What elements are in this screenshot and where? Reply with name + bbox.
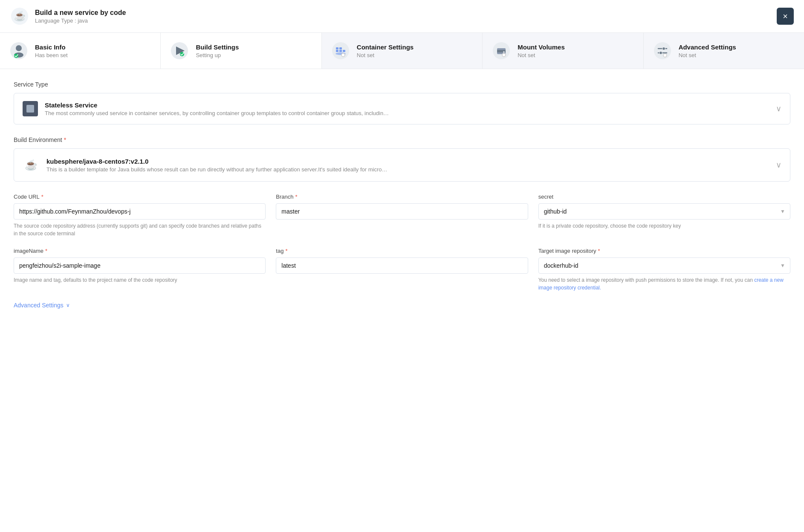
tag-label: tag* — [276, 248, 528, 254]
svg-rect-10 — [336, 50, 338, 52]
step-mount-volumes-title: Mount Volumes — [518, 43, 565, 51]
step-build-settings-title: Build Settings — [196, 43, 239, 51]
svg-point-27 — [663, 54, 667, 57]
step-container-settings-status: Not set — [357, 52, 414, 58]
java-logo-icon: ☕ — [10, 7, 29, 26]
step-basic-info-status: Has been set — [35, 52, 68, 58]
svg-rect-12 — [343, 50, 345, 52]
secret-select-wrapper: github-id — [538, 203, 790, 220]
step-basic-info[interactable]: Basic Info Has been set — [0, 33, 161, 69]
advanced-settings-chevron-icon: ∨ — [66, 302, 70, 308]
mount-volumes-icon — [491, 40, 512, 61]
step-container-settings[interactable]: Container Settings Not set — [322, 33, 483, 69]
page-title: Build a new service by code — [35, 9, 126, 17]
svg-rect-11 — [339, 50, 342, 52]
step-mount-volumes[interactable]: Mount Volumes Not set — [483, 33, 643, 69]
page-subtitle: Language Type : java — [35, 17, 126, 24]
code-url-hint: The source code repository address (curr… — [14, 222, 266, 237]
branch-input[interactable] — [276, 203, 528, 220]
step-container-settings-title: Container Settings — [357, 43, 414, 51]
svg-point-20 — [503, 51, 505, 53]
secret-select[interactable]: github-id — [538, 203, 790, 220]
svg-point-26 — [659, 52, 662, 55]
step-advanced-settings-title: Advanced Settings — [679, 43, 736, 51]
svg-point-21 — [502, 53, 506, 57]
svg-rect-13 — [336, 47, 338, 49]
step-advanced-settings-status: Not set — [679, 52, 736, 58]
build-env-name: kubesphere/java-8-centos7:v2.1.0 — [46, 158, 387, 165]
close-button[interactable]: × — [777, 8, 794, 25]
step-build-settings[interactable]: Build Settings Setting up — [161, 33, 321, 69]
steps-navigation: Basic Info Has been set Build Settings S… — [0, 33, 804, 69]
tag-group: tag* — [276, 248, 528, 292]
step-advanced-settings[interactable]: Advanced Settings Not set — [644, 33, 804, 69]
svg-point-3 — [16, 45, 22, 51]
build-environment-select[interactable]: ☕ kubesphere/java-8-centos7:v2.1.0 This … — [14, 148, 790, 182]
svg-point-16 — [341, 53, 345, 57]
image-name-hint: Image name and tag, defaults to the proj… — [14, 276, 266, 284]
tag-input[interactable] — [276, 257, 528, 274]
target-repo-select[interactable]: dockerhub-id — [538, 257, 790, 274]
service-type-desc: The most commonly used service in contai… — [45, 110, 389, 116]
code-url-group: Code URL* The source code repository add… — [14, 194, 266, 237]
branch-group: Branch* — [276, 194, 528, 237]
service-type-chevron: ∨ — [776, 104, 781, 113]
secret-label: secret — [538, 194, 790, 200]
target-repo-hint: You need to select a image repository wi… — [538, 276, 790, 292]
build-env-label: Build Environment* — [14, 136, 790, 143]
code-url-input[interactable] — [14, 203, 266, 220]
code-url-label: Code URL* — [14, 194, 266, 200]
step-mount-volumes-status: Not set — [518, 52, 565, 58]
image-name-group: imageName* Image name and tag, defaults … — [14, 248, 266, 292]
form-row-1: Code URL* The source code repository add… — [14, 194, 790, 237]
step-build-settings-status: Setting up — [196, 52, 239, 58]
build-env-desc: This is a builder template for Java buil… — [46, 166, 387, 173]
basic-info-icon — [9, 40, 29, 61]
stateless-service-icon — [23, 101, 38, 116]
svg-point-24 — [662, 47, 665, 50]
secret-group: secret github-id If it is a private code… — [538, 194, 790, 237]
image-name-label: imageName* — [14, 248, 266, 254]
branch-label: Branch* — [276, 194, 528, 200]
target-repo-select-wrapper: dockerhub-id — [538, 257, 790, 274]
svg-point-22 — [654, 42, 671, 59]
image-name-input[interactable] — [14, 257, 266, 274]
advanced-settings-icon — [652, 40, 673, 61]
svg-text:☕: ☕ — [14, 10, 26, 22]
step-basic-info-title: Basic Info — [35, 43, 68, 51]
advanced-settings-toggle[interactable]: Advanced Settings ∨ — [14, 302, 790, 309]
target-repo-group: Target image repository* dockerhub-id Yo… — [538, 248, 790, 292]
target-repo-label: Target image repository* — [538, 248, 790, 254]
advanced-settings-link-label: Advanced Settings — [14, 302, 64, 309]
service-type-label: Service Type — [14, 81, 790, 88]
secret-hint: If it is a private code repository, choo… — [538, 222, 790, 230]
build-settings-icon — [169, 40, 190, 61]
build-env-chevron: ∨ — [776, 160, 781, 170]
service-type-name: Stateless Service — [45, 101, 389, 109]
container-settings-icon — [330, 40, 351, 61]
java-build-icon: ☕ — [23, 156, 40, 173]
service-type-select[interactable]: Stateless Service The most commonly used… — [14, 93, 790, 124]
svg-rect-14 — [339, 47, 342, 49]
form-row-2: imageName* Image name and tag, defaults … — [14, 248, 790, 292]
